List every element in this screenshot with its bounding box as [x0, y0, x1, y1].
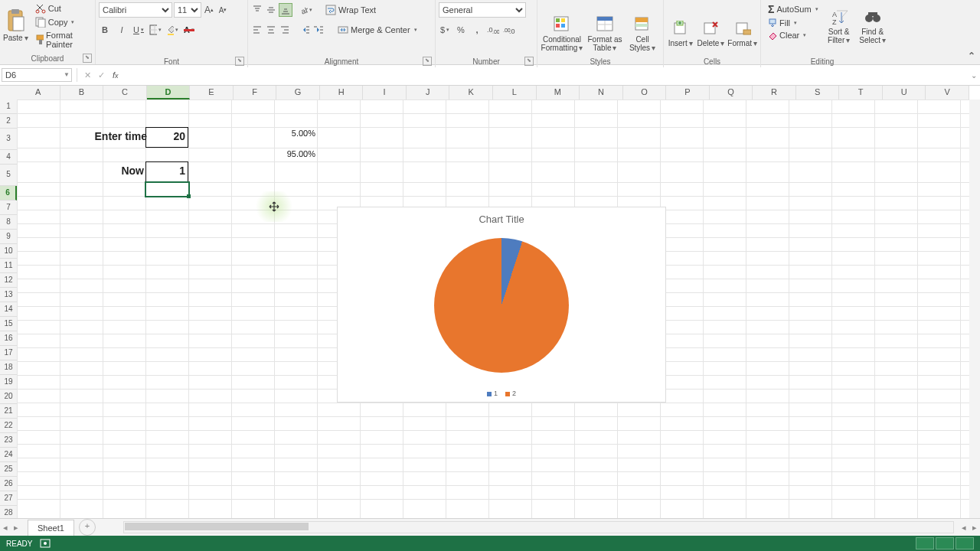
name-box[interactable]: D6▼ [2, 68, 72, 82]
font-color-button[interactable]: A▾ [183, 24, 195, 36]
expand-formula-bar-button[interactable]: ⌄ [968, 71, 980, 80]
row-header-7[interactable]: 7 [0, 201, 17, 215]
format-as-table-button[interactable]: Format as Table▾ [585, 2, 625, 66]
borders-button[interactable]: ▾ [149, 24, 162, 36]
chart-legend[interactable]: 1 2 [338, 390, 665, 397]
scroll-right-button[interactable]: ▸ [969, 523, 980, 533]
column-header-Q[interactable]: Q [710, 86, 753, 99]
align-left-button[interactable] [251, 24, 263, 36]
row-header-23[interactable]: 23 [0, 433, 17, 448]
row-header-17[interactable]: 17 [0, 346, 17, 360]
select-all-corner[interactable] [0, 86, 18, 100]
cell-C5[interactable]: Now [103, 165, 145, 177]
paste-button[interactable]: Paste▾ [0, 0, 31, 51]
sheet-tab-sheet1[interactable]: Sheet1 [28, 520, 74, 536]
align-right-button[interactable] [279, 24, 291, 36]
align-bottom-button[interactable] [279, 3, 292, 17]
format-cells-button[interactable]: Format▾ [726, 2, 759, 66]
align-middle-button[interactable] [265, 4, 277, 16]
font-dialog-launcher[interactable]: ⬊ [235, 57, 244, 66]
column-header-E[interactable]: E [190, 86, 234, 99]
underline-button[interactable]: U▾ [132, 24, 145, 36]
clipboard-dialog-launcher[interactable]: ⬊ [83, 54, 92, 63]
row-header-16[interactable]: 16 [0, 331, 17, 346]
column-header-N[interactable]: N [580, 86, 623, 99]
copy-button[interactable]: Copy▾ [31, 15, 95, 29]
column-header-G[interactable]: G [276, 86, 320, 99]
column-header-U[interactable]: U [883, 86, 926, 99]
cell-G4[interactable]: 95.00% [274, 149, 317, 158]
column-header-S[interactable]: S [796, 86, 840, 99]
bold-button[interactable]: B [99, 24, 111, 36]
new-sheet-button[interactable]: + [79, 519, 96, 536]
align-top-button[interactable] [251, 4, 263, 16]
find-select-button[interactable]: Find & Select▾ [856, 2, 890, 52]
column-header-P[interactable]: P [666, 86, 710, 99]
worksheet-grid[interactable]: ABCDEFGHIJKLMNOPQRSTUV 12345678910111213… [0, 86, 980, 518]
conditional-formatting-button[interactable]: Conditional Formatting▾ [539, 2, 585, 66]
column-header-V[interactable]: V [926, 86, 969, 99]
column-header-C[interactable]: C [103, 86, 147, 99]
page-layout-view-button[interactable] [936, 537, 954, 549]
column-header-R[interactable]: R [753, 86, 796, 99]
column-header-D[interactable]: D [147, 86, 191, 99]
clear-button[interactable]: Clear▾ [764, 29, 822, 41]
increase-decimal-button[interactable]: .0.00 [487, 24, 499, 36]
row-header-10[interactable]: 10 [0, 244, 17, 259]
row-header-13[interactable]: 13 [0, 288, 17, 302]
tab-nav-prev[interactable]: ▸ [11, 523, 21, 533]
column-header-B[interactable]: B [60, 86, 104, 99]
column-header-O[interactable]: O [623, 86, 667, 99]
cell-D3[interactable]: 20 [145, 130, 187, 142]
percent-format-button[interactable]: % [455, 24, 467, 36]
number-format-combo[interactable]: General [439, 2, 526, 18]
vertical-scrollbar[interactable] [969, 99, 980, 518]
comma-format-button[interactable]: , [471, 24, 483, 36]
row-header-6[interactable]: 6 [0, 186, 17, 201]
insert-function-button[interactable]: fx [113, 70, 119, 80]
cell-D5[interactable]: 1 [145, 165, 187, 177]
fill-button[interactable]: Fill▾ [764, 17, 822, 29]
pie-chart[interactable] [434, 238, 569, 373]
row-header-26[interactable]: 26 [0, 477, 17, 491]
row-header-12[interactable]: 12 [0, 273, 17, 288]
enter-formula-button[interactable]: ✓ [94, 68, 108, 82]
row-header-19[interactable]: 19 [0, 375, 17, 390]
normal-view-button[interactable] [916, 537, 934, 549]
column-header-I[interactable]: I [363, 86, 407, 99]
row-header-28[interactable]: 28 [0, 506, 17, 518]
column-header-L[interactable]: L [493, 86, 537, 99]
orientation-button[interactable]: ab▾ [300, 4, 312, 16]
cut-button[interactable]: Cut [31, 2, 95, 15]
row-header-20[interactable]: 20 [0, 390, 17, 404]
column-header-H[interactable]: H [320, 86, 364, 99]
row-header-9[interactable]: 9 [0, 230, 17, 244]
chart-title[interactable]: Chart Title [338, 214, 665, 225]
row-header-27[interactable]: 27 [0, 491, 17, 506]
delete-cells-button[interactable]: Delete▾ [695, 2, 726, 66]
accounting-format-button[interactable]: $▾ [439, 24, 451, 36]
row-header-21[interactable]: 21 [0, 404, 17, 419]
row-header-5[interactable]: 5 [0, 165, 17, 186]
macro-recording-icon[interactable] [40, 539, 51, 548]
row-header-11[interactable]: 11 [0, 259, 17, 273]
column-header-M[interactable]: M [537, 86, 580, 99]
row-header-22[interactable]: 22 [0, 419, 17, 433]
collapse-ribbon-button[interactable]: ⌃ [968, 51, 975, 61]
column-header-F[interactable]: F [234, 86, 277, 99]
formula-input[interactable] [123, 67, 968, 83]
number-dialog-launcher[interactable]: ⬊ [524, 57, 534, 66]
row-header-24[interactable]: 24 [0, 448, 17, 462]
column-header-A[interactable]: A [17, 86, 60, 99]
cell-C3[interactable]: Enter time [57, 130, 149, 142]
column-header-J[interactable]: J [407, 86, 450, 99]
sort-filter-button[interactable]: AZ Sort & Filter▾ [822, 2, 856, 52]
column-header-K[interactable]: K [449, 86, 493, 99]
cancel-formula-button[interactable]: ✕ [80, 68, 94, 82]
tab-nav-first[interactable]: ◂ [0, 523, 11, 533]
decrease-indent-button[interactable] [299, 24, 311, 36]
decrease-decimal-button[interactable]: .00.0 [503, 24, 515, 36]
row-headers[interactable]: 1234567891011121314151617181920212223242… [0, 99, 18, 518]
row-header-2[interactable]: 2 [0, 114, 17, 129]
scroll-left-button[interactable]: ◂ [959, 523, 969, 533]
